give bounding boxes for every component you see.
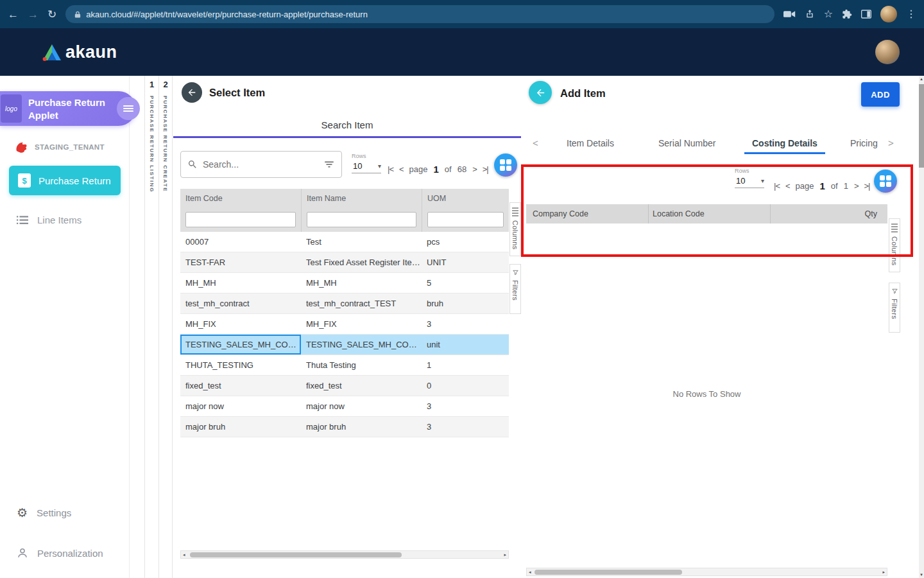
sidebar-item-settings[interactable]: ⚙ Settings [17, 507, 71, 519]
share-icon[interactable] [805, 9, 815, 19]
browser-reload-icon[interactable]: ↻ [47, 9, 56, 20]
table-row[interactable]: TEST-FARTest Fixed Asset Register Item C… [180, 252, 509, 273]
select-item-back-button[interactable] [182, 82, 202, 103]
bookmark-star-icon[interactable]: ☆ [824, 9, 833, 19]
next-page-button[interactable]: > [472, 164, 477, 174]
of-word: of [445, 164, 452, 174]
collapse-menu-button[interactable] [117, 97, 140, 120]
item-name-filter-input[interactable] [307, 212, 416, 227]
table-row[interactable]: major nowmajor now3 [180, 396, 509, 417]
page-scrollbar[interactable]: ▲ ▼ [919, 76, 924, 578]
columns-side-tab[interactable]: Columns [509, 202, 521, 256]
scrollbar-thumb[interactable] [919, 84, 924, 168]
table-row[interactable]: fixed_testfixed_test0 [180, 376, 509, 396]
tab-serial-number[interactable]: Serial Number [658, 138, 715, 148]
grid-view-button[interactable] [874, 170, 897, 193]
item-code-filter-input[interactable] [185, 212, 296, 227]
tab-pricing[interactable]: Pricing [850, 138, 878, 148]
col-location-code[interactable]: Location Code [648, 204, 770, 223]
url-bar[interactable]: akaun.cloud/#/applet/tnt/wavelet/erp/pur… [65, 5, 774, 23]
first-page-button[interactable]: |< [774, 181, 780, 191]
costing-table-header: Company Code Location Code Qty [526, 204, 887, 223]
scroll-down-icon[interactable]: ▼ [919, 573, 924, 577]
rows-per-page-select[interactable]: Rows 10▾ [352, 153, 381, 173]
uom-filter-input[interactable] [427, 212, 504, 227]
filters-side-tab[interactable]: Filters [889, 283, 900, 333]
tenant-selector[interactable]: STAGING_TENANT [15, 141, 105, 153]
grid-view-button[interactable] [494, 153, 517, 177]
col-qty[interactable]: Qty [770, 204, 887, 223]
search-input[interactable] [203, 159, 318, 170]
tab-item-details[interactable]: Item Details [567, 138, 614, 148]
col-company-code[interactable]: Company Code [526, 204, 648, 223]
tab-purchase-return-create[interactable]: 2 PURCHASE RETURN CREATE [158, 76, 172, 578]
hscroll-thumb[interactable] [535, 570, 682, 575]
prev-page-button[interactable]: < [399, 164, 404, 174]
scroll-up-icon[interactable]: ▲ [919, 77, 924, 81]
col-item-name[interactable]: Item Name [301, 189, 422, 208]
tabs-scroll-right-icon[interactable]: > [888, 137, 894, 148]
item-table-body: 00007Testpcs TEST-FARTest Fixed Asset Re… [180, 232, 509, 437]
extensions-puzzle-icon[interactable] [842, 9, 852, 19]
scroll-right-icon[interactable]: ▸ [882, 570, 885, 575]
hscroll-thumb[interactable] [190, 552, 402, 557]
columns-side-tab[interactable]: Columns [889, 218, 900, 272]
url-text: akaun.cloud/#/applet/tnt/wavelet/erp/pur… [86, 10, 368, 19]
applet-logo: logo [1, 94, 22, 123]
costing-table-hscrollbar[interactable]: ◂ ▸ [526, 568, 887, 576]
table-row[interactable]: 00007Testpcs [180, 232, 509, 252]
applet-banner[interactable]: logo Purchase Return Applet [0, 91, 136, 126]
table-row[interactable]: major bruhmajor bruh3 [180, 417, 509, 437]
cell-item-name: MH_FIX [301, 314, 422, 334]
tabs-scroll-left-icon[interactable]: < [533, 137, 538, 148]
tab-label: PURCHASE RETURN LISTING [149, 96, 155, 193]
select-item-title: Select Item [209, 87, 265, 99]
browser-menu-icon[interactable]: ⋮ [906, 9, 916, 19]
sidebar-item-line-items[interactable]: Line Items [17, 215, 81, 225]
tab-costing-details[interactable]: Costing Details [752, 138, 817, 148]
table-row[interactable]: test_mh_contracttest_mh_contract_TESTbru… [180, 293, 509, 314]
add-button[interactable]: ADD [861, 82, 900, 107]
next-page-button[interactable]: > [854, 181, 859, 191]
last-page-button[interactable]: >| [483, 164, 488, 174]
col-item-code[interactable]: Item Code [180, 189, 301, 208]
sidebar-item-purchase-return[interactable]: $ Purchase Return [9, 166, 121, 195]
item-table-hscrollbar[interactable]: ◂ ▸ [180, 550, 509, 559]
tab-search-item[interactable]: Search Item [173, 119, 521, 130]
cell-item-name: fixed_test [301, 376, 422, 396]
filters-side-tab[interactable]: Filters [509, 264, 521, 314]
table-row[interactable]: MH_FIXMH_FIX3 [180, 314, 509, 335]
media-camera-icon[interactable] [783, 10, 796, 19]
table-row-selected[interactable]: TESTING_SALES_MH_CONTRACTTESTING_SALES_M… [180, 335, 509, 355]
sidebar-item-label: Personalization [37, 548, 103, 559]
cell-item-code: 00007 [180, 232, 301, 252]
sidebar-item-personalization[interactable]: Personalization [17, 547, 103, 559]
side-tab-label: Filters [511, 280, 519, 301]
workspace-tab-strip: 1 PURCHASE RETURN LISTING 2 PURCHASE RET… [144, 76, 173, 578]
rows-per-page-select[interactable]: Rows 10▾ [735, 168, 764, 188]
scroll-left-icon[interactable]: ◂ [529, 570, 531, 575]
table-row[interactable]: THUTA_TESTINGThuta Testing1 [180, 355, 509, 376]
last-page-button[interactable]: >| [864, 181, 870, 191]
prev-page-button[interactable]: < [785, 181, 790, 191]
cell-item-name: Thuta Testing [301, 355, 422, 375]
browser-profile-avatar[interactable] [880, 6, 897, 22]
cell-uom: 1 [422, 355, 509, 375]
scroll-right-icon[interactable]: ▸ [504, 552, 506, 557]
search-icon [187, 159, 198, 170]
browser-panel-icon[interactable] [861, 10, 871, 19]
col-uom[interactable]: UOM [422, 189, 509, 208]
scroll-left-icon[interactable]: ◂ [183, 552, 185, 557]
browser-forward-icon[interactable]: → [28, 9, 38, 20]
browser-back-icon[interactable]: ← [8, 9, 19, 20]
tab-purchase-return-listing[interactable]: 1 PURCHASE RETURN LISTING [145, 76, 158, 578]
add-item-back-button[interactable] [529, 81, 552, 104]
first-page-button[interactable]: |< [388, 164, 393, 174]
cell-item-name: test_mh_contract_TEST [301, 293, 422, 313]
filter-list-icon[interactable] [323, 159, 335, 170]
item-table: Item Code Item Name UOM 00007Testpcs TES… [180, 189, 509, 437]
table-row[interactable]: MH_MHMH_MH5 [180, 273, 509, 293]
dropdown-caret-icon: ▾ [378, 162, 381, 170]
user-avatar[interactable] [875, 40, 900, 64]
cell-uom: 0 [422, 376, 509, 396]
